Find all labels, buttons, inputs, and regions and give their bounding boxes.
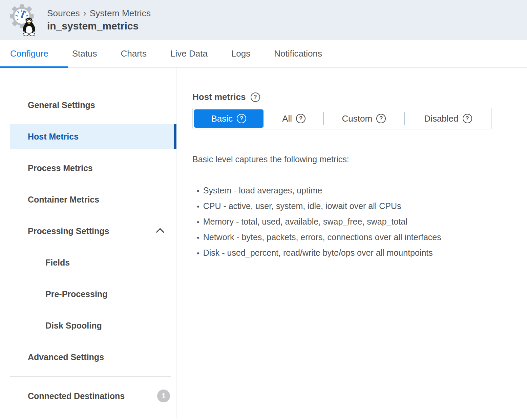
sidebar-item-label: Disk Spooling: [45, 321, 102, 331]
sidebar-item-label: Pre-Processing: [45, 289, 107, 299]
question-circle-icon[interactable]: [463, 114, 472, 123]
metric-item-memory: Memory - total, used, available, swap_fr…: [197, 214, 527, 230]
tab-bar: Configure Status Charts Live Data Logs N…: [0, 40, 527, 68]
sidebar-item-pre-processing[interactable]: Pre-Processing: [10, 282, 176, 306]
page-header: Sources›System Metrics in_system_metrics: [0, 0, 527, 40]
sidebar-item-label: Host Metrics: [28, 132, 79, 142]
linux-system-metrics-source-icon: [8, 4, 40, 36]
host-metrics-level-control: Basic All Custom Disabled: [192, 108, 492, 129]
sidebar-item-label: Process Metrics: [28, 163, 93, 173]
host-metrics-panel: Host metrics Basic All Custom Disabled: [176, 68, 527, 419]
sidebar-item-general-settings[interactable]: General Settings: [10, 93, 176, 117]
level-option-disabled[interactable]: Disabled: [405, 108, 491, 129]
sidebar-item-host-metrics[interactable]: Host Metrics: [10, 124, 176, 149]
tab-notifications[interactable]: Notifications: [274, 48, 322, 59]
page-title: in_system_metrics: [47, 20, 151, 32]
metric-item-disk: Disk - used_percent, read/write byte/ops…: [197, 245, 527, 261]
captured-metrics-list: System - load averages, uptime CPU - act…: [192, 183, 527, 261]
metric-item-system: System - load averages, uptime: [197, 183, 527, 198]
breadcrumb-separator: ›: [83, 8, 86, 18]
sidebar-item-advanced-settings[interactable]: Advanced Settings: [10, 345, 176, 369]
segment-label: Custom: [342, 113, 373, 124]
metric-item-cpu: CPU - active, user, system, idle, iowait…: [197, 198, 527, 214]
sidebar-item-container-metrics[interactable]: Container Metrics: [10, 187, 176, 212]
sidebar-item-disk-spooling[interactable]: Disk Spooling: [10, 313, 176, 338]
sidebar-item-label: Fields: [45, 258, 70, 268]
active-tab-underline: [0, 66, 68, 68]
sidebar-item-label: Container Metrics: [28, 195, 99, 205]
sidebar-item-process-metrics[interactable]: Process Metrics: [10, 156, 176, 180]
config-sidebar: General Settings Host Metrics Process Me…: [0, 68, 176, 419]
sidebar-item-label: Connected Destinations: [28, 391, 125, 401]
level-description: Basic level captures the following metri…: [192, 154, 527, 164]
sidebar-divider: [10, 376, 171, 377]
segment-label: Basic: [211, 113, 233, 124]
destination-count-badge: 1: [157, 390, 170, 402]
breadcrumb-page: System Metrics: [90, 8, 151, 18]
question-circle-icon[interactable]: [237, 114, 246, 123]
sidebar-item-label: Processing Settings: [28, 226, 109, 236]
metric-item-network: Network - bytes, packets, errors, connec…: [197, 230, 527, 245]
question-circle-icon[interactable]: [376, 114, 386, 123]
sidebar-item-fields[interactable]: Fields: [10, 250, 176, 275]
sidebar-item-label: Advanced Settings: [28, 352, 104, 362]
sidebar-item-connected-destinations[interactable]: Connected Destinations 1: [10, 384, 176, 408]
breadcrumb-sources-link[interactable]: Sources: [47, 8, 80, 18]
segment-label: All: [282, 113, 292, 124]
level-option-custom[interactable]: Custom: [324, 108, 404, 129]
segment-label: Disabled: [424, 113, 458, 124]
level-option-basic[interactable]: Basic: [194, 109, 264, 128]
chevron-up-icon[interactable]: [156, 228, 164, 236]
sidebar-item-processing-settings[interactable]: Processing Settings: [10, 219, 176, 243]
tab-charts[interactable]: Charts: [121, 48, 147, 59]
sidebar-item-label: General Settings: [28, 100, 95, 110]
breadcrumb: Sources›System Metrics: [47, 8, 151, 19]
section-title: Host metrics: [192, 92, 246, 102]
level-option-all[interactable]: All: [265, 108, 323, 129]
tab-live-data[interactable]: Live Data: [170, 48, 208, 59]
question-circle-icon[interactable]: [251, 92, 260, 102]
question-circle-icon[interactable]: [296, 114, 305, 123]
tab-logs[interactable]: Logs: [231, 48, 250, 59]
tab-status[interactable]: Status: [72, 48, 97, 59]
tab-configure[interactable]: Configure: [10, 48, 48, 59]
